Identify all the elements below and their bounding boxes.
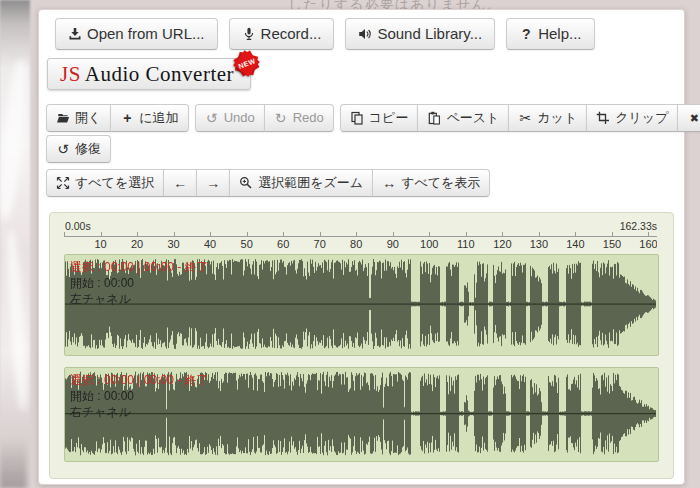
start-time-label: 開始 : 00:00 (70, 275, 209, 291)
undo-button[interactable]: ↺ Undo (195, 104, 265, 132)
add-to-label: に追加 (139, 109, 178, 127)
record-label: Record... (261, 24, 322, 44)
redo-button[interactable]: ↻ Redo (264, 104, 334, 132)
open-from-url-label: Open from URL... (87, 24, 205, 44)
ruler-baseline (64, 236, 657, 237)
repair-button[interactable]: ↺ 修復 (46, 135, 111, 163)
copy-button[interactable]: コピー (340, 104, 419, 132)
copy-label: コピー (369, 109, 409, 127)
ruler-end-time: 162.33s (620, 220, 657, 232)
ruler-tick-label: 30 (167, 238, 179, 250)
ruler-tick-label: 10 (94, 238, 106, 250)
ruler-tick (247, 232, 248, 236)
open-from-url-button[interactable]: Open from URL... (55, 18, 218, 50)
ruler-tick-label: 50 (241, 238, 253, 250)
ruler-tick (466, 232, 467, 236)
show-all-label: すべてを表示 (401, 174, 480, 192)
download-icon (68, 27, 82, 41)
paste-icon (427, 111, 441, 125)
ruler-tick (174, 232, 175, 236)
selection-status: 選択 : 00:00 | 00:00 - 終了 (70, 259, 209, 275)
new-badge: NEW (233, 50, 260, 77)
redo-label: Redo (293, 109, 324, 127)
ruler-tick (612, 232, 613, 236)
help-button[interactable]: ? Help... (506, 18, 594, 50)
logo-js-part: JS (60, 62, 81, 86)
add-to-button[interactable]: + に追加 (110, 104, 188, 132)
ruler-tick (356, 232, 357, 236)
left-arrow-icon: ← (173, 176, 187, 190)
ruler-tick (393, 232, 394, 236)
seek-back-button[interactable]: ← (163, 169, 197, 197)
sound-library-label: Sound Library... (377, 24, 482, 44)
ruler-tick-label: 150 (603, 238, 621, 250)
left-channel-panel[interactable]: 選択 : 00:00 | 00:00 - 終了 開始 : 00:00 左チャネル (64, 254, 659, 356)
right-channel-panel[interactable]: 選択 : 00:00 | 00:00 - 終了 開始 : 00:00 右チャネル (64, 367, 659, 462)
expand-arrows-icon (56, 176, 70, 190)
cut-button[interactable]: ✂ カット (508, 104, 587, 132)
left-channel-overlay: 選択 : 00:00 | 00:00 - 終了 開始 : 00:00 左チャネル (70, 259, 209, 307)
waveform-editor: 0.00s 162.33s 10203040506070809010011012… (49, 212, 674, 479)
cut-label: カット (537, 109, 577, 127)
redo-icon: ↻ (274, 111, 288, 125)
record-button[interactable]: Record... (229, 18, 335, 50)
open-file-button[interactable]: 開く (46, 104, 111, 132)
ruler-tick (648, 232, 649, 236)
repair-label: 修復 (75, 140, 101, 158)
header-button-row: Open from URL... Record... Sound Library… (55, 18, 595, 50)
undo-redo-group: ↺ Undo ↻ Redo (195, 104, 334, 132)
show-all-button[interactable]: ↔ すべてを表示 (372, 169, 490, 197)
crop-icon (596, 111, 610, 125)
plus-icon: + (120, 111, 134, 125)
ruler-tick-label: 90 (387, 238, 399, 250)
ruler-tick-label: 70 (314, 238, 326, 250)
ruler-tick-label: 20 (131, 238, 143, 250)
app-card: Open from URL... Record... Sound Library… (38, 9, 685, 485)
ruler-start-time: 0.00s (65, 220, 91, 232)
zoom-selection-button[interactable]: 選択範囲をズーム (229, 169, 373, 197)
ruler-tick-label: 100 (420, 238, 438, 250)
speaker-icon (358, 27, 372, 41)
repair-row: ↺ 修復 (46, 135, 111, 163)
seek-forward-button[interactable]: → (196, 169, 230, 197)
ruler-tick (539, 232, 540, 236)
ruler-tick-label: 160 (639, 238, 657, 250)
app-logo: JSAudio Converter NEW (47, 58, 251, 90)
repair-undo-icon: ↺ (56, 142, 70, 156)
edit-toolbar: 開く + に追加 ↺ Undo ↻ Redo コピー (46, 104, 700, 132)
horizontal-arrows-icon: ↔ (382, 176, 396, 190)
folder-open-icon (56, 111, 70, 125)
ruler-tick (429, 232, 430, 236)
channel-name: 左チャネル (70, 291, 209, 307)
select-all-label: すべてを選択 (75, 174, 154, 192)
ruler-tick (210, 232, 211, 236)
right-arrow-icon: → (206, 176, 220, 190)
ruler-tick-label: 140 (566, 238, 584, 250)
ruler-tick (137, 232, 138, 236)
ruler-tick-label: 110 (457, 238, 475, 250)
help-label: Help... (538, 24, 581, 44)
delete-button[interactable]: ✖ 削除 (677, 104, 700, 132)
open-file-label: 開く (75, 109, 101, 127)
ruler-tick-label: 60 (277, 238, 289, 250)
app-title: JSAudio Converter (60, 62, 234, 87)
scissors-icon: ✂ (518, 111, 532, 125)
selection-status: 選択 : 00:00 | 00:00 - 終了 (70, 372, 209, 388)
logo-rest-part: Audio Converter (85, 62, 234, 86)
sound-library-button[interactable]: Sound Library... (345, 18, 495, 50)
start-time-label: 開始 : 00:00 (70, 388, 209, 404)
clip-button[interactable]: クリップ (586, 104, 678, 132)
zoom-selection-label: 選択範囲をズーム (258, 174, 363, 192)
ruler-boundary-tick (64, 232, 65, 236)
select-all-button[interactable]: すべてを選択 (46, 169, 164, 197)
selection-toolbar: すべてを選択 ← → 選択範囲をズーム ↔ すべてを表示 (46, 169, 490, 197)
ruler-tick-label: 80 (350, 238, 362, 250)
selection-button-group: すべてを選択 ← → 選択範囲をズーム ↔ すべてを表示 (46, 169, 490, 197)
ruler-tick-label: 130 (530, 238, 548, 250)
delete-x-icon: ✖ (687, 111, 700, 125)
channel-name: 右チャネル (70, 404, 209, 420)
paste-button[interactable]: ペースト (417, 104, 509, 132)
ruler-tick (283, 232, 284, 236)
ruler-boundary-tick (657, 232, 658, 236)
microphone-icon (242, 27, 256, 41)
